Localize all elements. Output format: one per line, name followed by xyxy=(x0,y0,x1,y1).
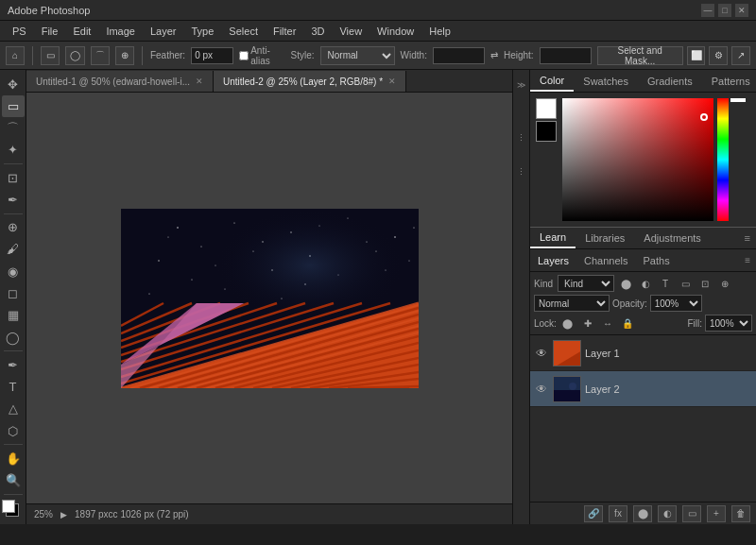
options-icon-3[interactable]: ↗ xyxy=(731,46,750,65)
options-icon-2[interactable]: ⚙ xyxy=(709,46,728,65)
shape-filter-btn[interactable]: ▭ xyxy=(677,275,694,292)
menu-layer[interactable]: Layer xyxy=(144,24,183,39)
rect-select-icon[interactable]: ▭ xyxy=(41,46,60,65)
kind-select[interactable]: Kind xyxy=(558,275,614,292)
add-icon[interactable]: ⊕ xyxy=(115,46,134,65)
close-button[interactable]: ✕ xyxy=(735,4,748,17)
tool-shape[interactable]: ⬡ xyxy=(2,420,25,441)
tab-close-1[interactable]: ✕ xyxy=(196,77,203,86)
tool-sep-4 xyxy=(4,444,23,445)
collapse-panel-btn[interactable]: ≫ xyxy=(514,74,529,96)
menu-image[interactable]: Image xyxy=(99,24,142,39)
tool-lasso[interactable]: ⌒ xyxy=(2,118,25,139)
lock-position-btn[interactable]: ✚ xyxy=(579,315,596,332)
tool-path[interactable]: △ xyxy=(2,399,25,419)
layer-visibility-2[interactable]: 👁 xyxy=(534,382,549,397)
adjustments-tab[interactable]: Adjustments xyxy=(634,228,711,248)
blend-mode-select[interactable]: Normal Multiply Screen xyxy=(534,295,610,312)
tool-heal[interactable]: ⊕ xyxy=(2,217,25,238)
menu-filter[interactable]: Filter xyxy=(266,24,302,39)
tool-eraser[interactable]: ◻ xyxy=(2,282,25,303)
opacity-select[interactable]: 100% 75% 50% xyxy=(650,295,702,312)
tool-text[interactable]: T xyxy=(2,376,25,397)
learn-tab[interactable]: Learn xyxy=(530,228,576,248)
tab-untitled-1[interactable]: Untitled-1 @ 50% (edward-howell-i... ✕ xyxy=(26,71,214,92)
menu-window[interactable]: Window xyxy=(370,24,421,39)
more-filter-btn[interactable]: ⊕ xyxy=(716,275,733,292)
panel-option-btn-2[interactable]: ⋮ xyxy=(514,161,529,183)
width-input[interactable] xyxy=(433,47,485,64)
lock-art-boards-btn[interactable]: ↔ xyxy=(599,315,616,332)
layer-visibility-1[interactable]: 👁 xyxy=(534,346,549,361)
link-layers-btn[interactable]: 🔗 xyxy=(584,505,603,522)
color-gradient-main[interactable] xyxy=(562,98,713,221)
tool-crop[interactable]: ⊡ xyxy=(2,167,25,188)
foreground-swatch[interactable] xyxy=(536,98,557,119)
tool-brush[interactable]: 🖌 xyxy=(2,239,25,260)
smartobj-filter-btn[interactable]: ⊡ xyxy=(696,275,713,292)
menu-view[interactable]: View xyxy=(333,24,369,39)
background-swatch[interactable] xyxy=(536,121,557,142)
select-and-mask-button[interactable]: Select and Mask... xyxy=(597,46,683,65)
color-gradient-picker[interactable] xyxy=(562,98,713,221)
tool-gradient[interactable]: ▦ xyxy=(2,305,25,326)
type-filter-btn[interactable]: T xyxy=(657,275,674,292)
pixel-filter-btn[interactable]: ⬤ xyxy=(617,275,634,292)
menu-select[interactable]: Select xyxy=(222,24,265,39)
menu-ps[interactable]: PS xyxy=(6,24,33,39)
tool-magic-wand[interactable]: ✦ xyxy=(2,140,25,161)
layer-row-1[interactable]: 👁 Layer 1 xyxy=(530,335,756,371)
minimize-button[interactable]: — xyxy=(701,4,714,17)
fill-select[interactable]: 100% 75% xyxy=(705,315,752,332)
menu-3d[interactable]: 3D xyxy=(304,24,331,39)
adjustment-filter-btn[interactable]: ◐ xyxy=(637,275,654,292)
height-input[interactable] xyxy=(540,47,592,64)
layers-panel-options[interactable]: ≡ xyxy=(745,255,756,265)
libraries-tab[interactable]: Libraries xyxy=(576,228,634,248)
menu-help[interactable]: Help xyxy=(422,24,457,39)
menu-edit[interactable]: Edit xyxy=(66,24,97,39)
style-select[interactable]: Normal Fixed Ratio Fixed Size xyxy=(320,46,395,65)
ellipse-select-icon[interactable]: ◯ xyxy=(65,46,84,65)
anti-alias-checkbox[interactable] xyxy=(239,51,249,60)
lasso-icon[interactable]: ⌒ xyxy=(91,46,110,65)
color-tab[interactable]: Color xyxy=(530,70,574,92)
new-layer-btn[interactable]: + xyxy=(707,505,726,522)
foreground-color-swatch[interactable] xyxy=(2,500,15,513)
panel-option-btn[interactable]: ⋮ xyxy=(514,127,529,149)
maximize-button[interactable]: □ xyxy=(718,4,731,17)
tool-zoom[interactable]: 🔍 xyxy=(2,469,25,490)
add-mask-btn[interactable]: ⬤ xyxy=(633,505,652,522)
gradients-tab[interactable]: Gradients xyxy=(638,70,702,92)
menu-file[interactable]: File xyxy=(35,24,65,39)
delete-layer-btn[interactable]: 🗑 xyxy=(731,505,750,522)
tab-close-2[interactable]: ✕ xyxy=(388,77,396,86)
tool-stamp[interactable]: ◉ xyxy=(2,261,25,281)
group-layers-btn[interactable]: ▭ xyxy=(682,505,701,522)
tool-eyedropper[interactable]: ✒ xyxy=(2,189,25,210)
svg-point-6 xyxy=(200,246,201,247)
tool-hand[interactable]: ✋ xyxy=(2,448,25,468)
layer-row-2[interactable]: 👁 Layer 2 xyxy=(530,371,756,407)
color-hue-bar[interactable] xyxy=(717,98,729,221)
tool-dodge[interactable]: ◯ xyxy=(2,327,25,348)
tool-pen[interactable]: ✒ xyxy=(2,354,25,375)
swatches-tab[interactable]: Swatches xyxy=(574,70,638,92)
lock-pixels-btn[interactable]: ⬤ xyxy=(559,315,576,332)
menu-type[interactable]: Type xyxy=(185,24,221,39)
layers-footer: 🔗 fx ⬤ ◐ ▭ + 🗑 xyxy=(530,502,756,524)
layers-tab[interactable]: Layers xyxy=(530,249,576,271)
tab-untitled-2[interactable]: Untitled-2 @ 25% (Layer 2, RGB/8#) * ✕ xyxy=(214,71,406,92)
channels-tab[interactable]: Channels xyxy=(576,249,635,271)
options-icon-1[interactable]: ⬜ xyxy=(687,46,706,65)
patterns-tab[interactable]: Patterns xyxy=(702,70,756,92)
home-icon-btn[interactable]: ⌂ xyxy=(6,46,25,65)
learn-panel-options[interactable]: ≡ xyxy=(745,232,756,244)
add-adjustment-btn[interactable]: ◐ xyxy=(658,505,677,522)
tool-rect-select[interactable]: ▭ xyxy=(2,95,25,116)
lock-all-btn[interactable]: 🔒 xyxy=(619,315,636,332)
layer-effects-btn[interactable]: fx xyxy=(609,505,627,522)
paths-tab[interactable]: Paths xyxy=(636,249,678,271)
feather-input[interactable] xyxy=(191,47,233,64)
tool-move[interactable]: ✥ xyxy=(2,74,25,94)
